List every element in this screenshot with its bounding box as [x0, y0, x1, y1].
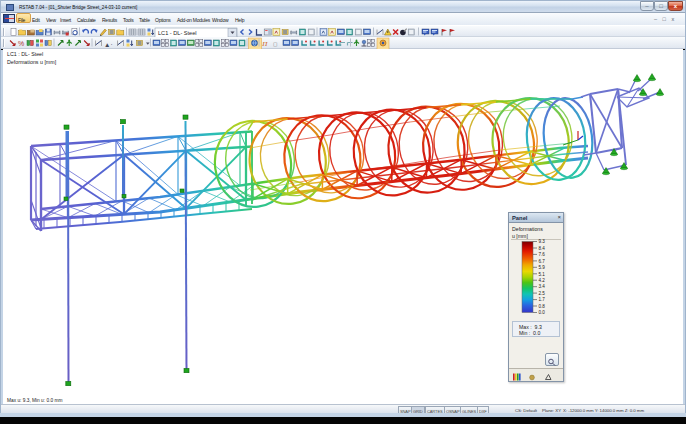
svg-text:5.9: 5.9 [539, 265, 546, 270]
svg-text:5.1: 5.1 [539, 272, 546, 277]
svg-text:7.6: 7.6 [539, 252, 546, 257]
svg-text:0.0: 0.0 [539, 310, 546, 315]
svg-text:4.2: 4.2 [539, 278, 546, 283]
svg-text:2.5: 2.5 [539, 291, 546, 296]
svg-text:1.7: 1.7 [539, 297, 546, 302]
svg-text:8.4: 8.4 [539, 246, 546, 251]
svg-text:3.4: 3.4 [539, 284, 546, 289]
svg-text:0.8: 0.8 [539, 304, 546, 309]
svg-text:9.3: 9.3 [539, 239, 546, 244]
svg-text:6.7: 6.7 [539, 259, 546, 264]
